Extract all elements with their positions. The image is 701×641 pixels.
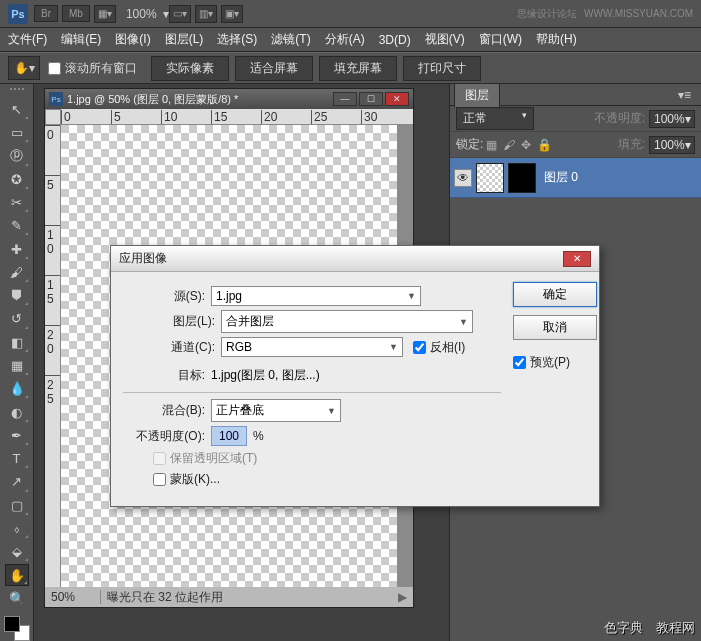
mask-checkbox[interactable]: 蒙版(K)... <box>153 471 501 488</box>
layer-select[interactable]: 合并图层▼ <box>221 310 473 333</box>
cancel-button[interactable]: 取消 <box>513 315 597 340</box>
blend-select[interactable]: 正片叠底▼ <box>211 399 341 422</box>
dialog-overlay: 应用图像 ✕ 源(S): 1.jpg▼ 图层(L): 合并图层▼ 通 <box>0 0 701 641</box>
preview-checkbox[interactable]: 预览(P) <box>513 354 597 371</box>
preserve-trans-checkbox[interactable]: 保留透明区域(T) <box>153 450 501 467</box>
target-value: 1.jpg(图层 0, 图层...) <box>211 367 320 384</box>
channel-label: 通道(C): <box>153 339 215 356</box>
opacity-unit: % <box>253 429 264 443</box>
opacity-input-dlg[interactable] <box>211 426 247 446</box>
footer-watermark: 色字典 教程网 <box>604 619 695 637</box>
source-label: 源(S): <box>123 288 205 305</box>
channel-select[interactable]: RGB▼ <box>221 337 403 357</box>
dialog-close-icon[interactable]: ✕ <box>563 251 591 267</box>
apply-image-dialog: 应用图像 ✕ 源(S): 1.jpg▼ 图层(L): 合并图层▼ 通 <box>110 245 600 507</box>
ok-button[interactable]: 确定 <box>513 282 597 307</box>
layer-label: 图层(L): <box>153 313 215 330</box>
source-select[interactable]: 1.jpg▼ <box>211 286 421 306</box>
invert-checkbox[interactable]: 反相(I) <box>413 339 495 356</box>
target-label: 目标: <box>123 367 205 384</box>
blend-label: 混合(B): <box>123 402 205 419</box>
dialog-titlebar[interactable]: 应用图像 ✕ <box>111 246 599 272</box>
dialog-title: 应用图像 <box>119 250 167 267</box>
opacity-label-dlg: 不透明度(O): <box>123 428 205 445</box>
